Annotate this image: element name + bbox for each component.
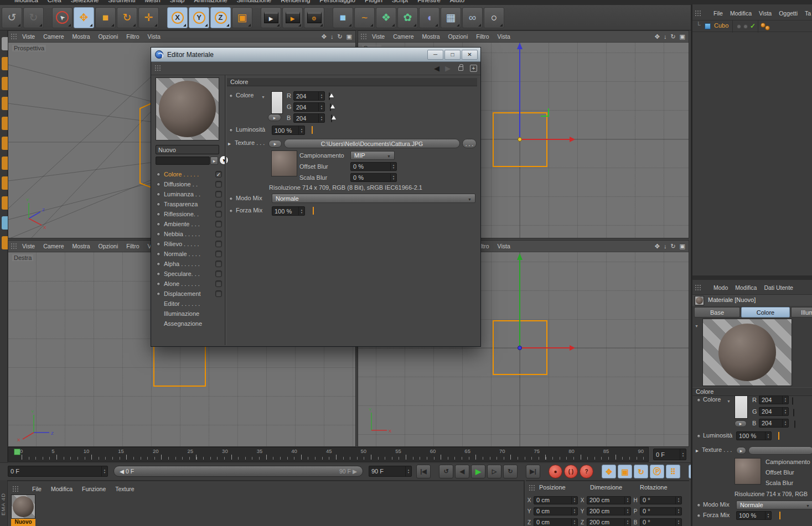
key-rotation-button[interactable]: ↻ [634, 465, 648, 478]
left-tool-icon[interactable] [2, 157, 8, 170]
minimize-icon[interactable]: ─ [427, 50, 443, 60]
channel-checkbox[interactable] [215, 181, 222, 188]
move-tool-icon[interactable]: ✥ [74, 7, 94, 28]
position-input[interactable] [534, 497, 571, 503]
spinner-arrows-icon[interactable] [101, 466, 107, 476]
render-visibility-toggle[interactable] [743, 24, 748, 29]
spinner-arrows-icon[interactable] [571, 508, 577, 515]
pan-view-icon[interactable]: ✥ [655, 243, 660, 250]
left-tool-icon[interactable] [2, 37, 8, 50]
rotation-input[interactable] [640, 519, 675, 525]
menu-item[interactable]: Texture [115, 486, 134, 492]
color-mode-button[interactable] [268, 114, 281, 121]
dialog-titlebar[interactable]: Editor Materiale ─□✕ [151, 48, 480, 62]
live-selection-icon[interactable]: ➤ [52, 7, 73, 28]
collapse-arrow-icon[interactable] [695, 322, 699, 329]
panel-grip[interactable] [529, 485, 536, 492]
channel-row[interactable]: Displacement [156, 289, 223, 299]
spinner-arrows-icon[interactable] [298, 207, 304, 215]
rotate-view-icon[interactable]: ↻ [337, 33, 342, 40]
viewport-menu-item[interactable]: Filtro [126, 33, 139, 40]
g-input[interactable] [294, 104, 318, 111]
record-keyframe-button[interactable]: ● [549, 465, 562, 478]
texture-expand-icon[interactable] [696, 447, 699, 454]
slider-handle[interactable] [330, 105, 335, 108]
texture-options-button[interactable] [268, 140, 282, 148]
left-tool-icon[interactable] [2, 137, 8, 150]
rotate-view-icon[interactable]: ↻ [670, 243, 675, 250]
menu-item[interactable]: Snap [170, 0, 185, 3]
viewport-menu-item[interactable]: Filtro [126, 243, 139, 249]
close-icon[interactable]: ✕ [462, 50, 478, 60]
coordinate-system-icon[interactable]: ▣ [232, 7, 252, 28]
channel-row[interactable]: Speculare. . . [156, 269, 223, 279]
color-expand-icon[interactable] [261, 93, 265, 100]
channel-row[interactable]: Editor . . . . . . [156, 299, 223, 309]
last-tool-icon[interactable]: ✛ [138, 7, 159, 28]
mix-strength-input[interactable] [272, 208, 298, 215]
viewport-menu-item[interactable]: Viste [22, 33, 35, 40]
viewport-menu-item[interactable]: Mostra [422, 33, 440, 40]
spinner-arrows-icon[interactable] [782, 408, 788, 415]
viewport-menu-item[interactable]: Mostra [73, 33, 90, 40]
play-reverse-button[interactable]: ↺ [439, 465, 453, 478]
red-slider[interactable] [792, 397, 793, 405]
panel-grip[interactable] [12, 486, 19, 493]
position-input[interactable] [534, 519, 571, 525]
spinner-arrows-icon[interactable] [624, 508, 630, 515]
channel-dot[interactable] [229, 209, 233, 213]
channel-row[interactable]: Colore . . . . . [156, 169, 223, 179]
panel-grip[interactable] [11, 243, 18, 250]
key-position-button[interactable]: ✥ [602, 465, 616, 478]
channel-row[interactable]: Illuminazione [156, 309, 223, 319]
autokey-button[interactable]: ( ) [564, 465, 578, 478]
menu-item[interactable]: File [713, 10, 723, 17]
render-queue-icon[interactable]: ⚙ [304, 7, 324, 28]
channel-row[interactable]: Diffusione . . [156, 179, 223, 189]
g-input[interactable] [759, 408, 782, 415]
b-input[interactable] [759, 420, 782, 426]
b-input[interactable] [294, 115, 318, 122]
key-scale-button[interactable]: ▣ [618, 465, 632, 478]
add-cloner-icon[interactable]: ✿ [397, 7, 418, 28]
spinner-arrows-icon[interactable] [390, 163, 396, 170]
material-preview[interactable] [156, 77, 219, 140]
object-name[interactable]: Cubo [714, 22, 728, 29]
channel-row[interactable]: Assegnazione [156, 319, 223, 329]
menu-item[interactable]: Mesh [145, 0, 161, 3]
menu-item[interactable]: Strumenti [108, 0, 135, 3]
zoom-view-icon[interactable]: ↓ [664, 33, 667, 40]
channel-row[interactable]: Alone . . . . . . [156, 279, 223, 289]
r-input[interactable] [294, 93, 318, 100]
panel-grip[interactable] [695, 10, 702, 17]
left-tool-icon[interactable] [2, 236, 8, 249]
panel-divider[interactable] [692, 275, 812, 280]
channel-checkbox[interactable] [215, 251, 222, 257]
mix-strength-slider[interactable] [779, 512, 780, 519]
channel-row[interactable]: Alpha . . . . . . [156, 259, 223, 269]
panel-grip[interactable] [695, 284, 702, 291]
menu-item[interactable]: Crea [48, 0, 61, 3]
goto-end-button[interactable]: ▶| [526, 465, 540, 478]
menu-item[interactable]: Modo [713, 284, 728, 291]
viewport-menu-item[interactable]: Viste [372, 33, 385, 40]
zoom-view-icon[interactable]: ↓ [330, 33, 334, 40]
offset-blur-input[interactable] [351, 163, 390, 170]
spinner-arrows-icon[interactable] [318, 114, 324, 122]
viewport-menu-item[interactable]: Vista [498, 33, 510, 40]
mix-strength-input[interactable] [737, 512, 765, 519]
spinner-arrows-icon[interactable] [298, 126, 304, 134]
channel-dot[interactable] [229, 128, 233, 132]
channel-checkbox[interactable] [215, 221, 222, 227]
mix-mode-dropdown[interactable]: Normale [272, 194, 475, 203]
rotate-view-icon[interactable]: ↻ [670, 33, 675, 40]
spinner-arrows-icon[interactable] [390, 174, 396, 181]
channel-row[interactable]: Normale . . . . [156, 249, 223, 259]
channel-row[interactable]: Trasparenza [156, 199, 223, 209]
spinner-arrows-icon[interactable] [405, 466, 411, 476]
menu-item[interactable]: Personaggio [319, 0, 355, 3]
start-frame-input[interactable] [8, 468, 101, 475]
left-tool-icon[interactable] [2, 57, 8, 70]
material-tag-icon[interactable] [765, 25, 770, 30]
viewport-menu-item[interactable]: Camere [393, 33, 413, 40]
